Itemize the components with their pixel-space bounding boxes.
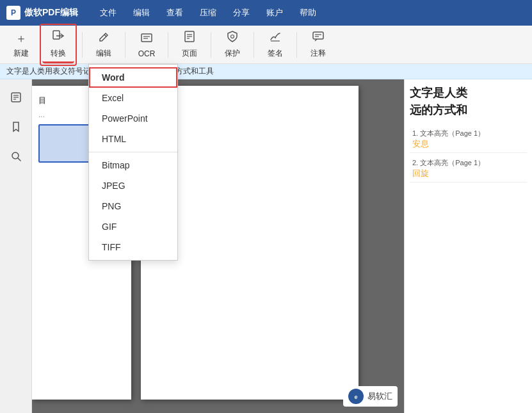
- sign-button[interactable]: 签名: [259, 28, 291, 61]
- convert-icon: [51, 29, 65, 46]
- comment-button[interactable]: 注释: [302, 28, 334, 61]
- svg-point-10: [231, 35, 234, 38]
- app-title: 傲软PDF编辑: [24, 7, 78, 19]
- toolbar-sep-2: [125, 32, 125, 58]
- svg-rect-0: [53, 31, 60, 39]
- new-button[interactable]: ＋ 新建: [5, 28, 37, 61]
- highlight-item-1-text: 安息: [412, 138, 524, 150]
- menu-view[interactable]: 查看: [159, 4, 191, 21]
- dropdown-item-html[interactable]: HTML: [89, 129, 177, 149]
- edit-icon: [97, 30, 110, 46]
- sign-label: 签名: [268, 48, 283, 59]
- main-area: 目 ... e 易软汇 文字是人类 远的方式和 1. 文本高亮（Page 1） …: [0, 79, 532, 413]
- dropdown-item-tiff[interactable]: TIFF: [89, 237, 177, 257]
- menu-compress[interactable]: 压缩: [192, 4, 224, 21]
- pdf-text-main: 文字是人类: [410, 86, 527, 101]
- sidebar-icon-list[interactable]: [4, 86, 28, 109]
- dropdown-item-word[interactable]: Word: [89, 67, 177, 88]
- edit-button[interactable]: 编辑: [88, 28, 120, 61]
- new-icon: ＋: [15, 31, 27, 46]
- new-label: 新建: [13, 48, 29, 59]
- page-icon: [183, 30, 196, 46]
- toolbar-sep-6: [296, 32, 297, 58]
- ocr-icon: [140, 31, 153, 47]
- protect-button[interactable]: 保护: [216, 28, 248, 61]
- ocr-button[interactable]: OCR: [131, 29, 163, 61]
- svg-line-20: [18, 158, 20, 161]
- comment-icon: [312, 30, 325, 46]
- protect-icon: [226, 30, 239, 46]
- watermark-logo: e: [348, 389, 364, 404]
- highlight-item-1: 1. 文本高亮（Page 1） 安息: [410, 126, 527, 153]
- logo-icon: P: [6, 6, 20, 20]
- highlight-item-2-label: 2. 文本高亮（Page 1）: [412, 158, 524, 168]
- highlight-item-1-label: 1. 文本高亮（Page 1）: [412, 129, 524, 138]
- toolbar: ＋ 新建 转换 编辑: [0, 26, 532, 64]
- title-menu: 文件 编辑 查看 压缩 分享 账户 帮助: [92, 4, 324, 21]
- sign-icon: [269, 30, 282, 46]
- menu-help[interactable]: 帮助: [292, 4, 324, 21]
- highlight-item-2: 2. 文本高亮（Page 1） 回旋: [410, 156, 527, 182]
- toolbar-sep-1: [82, 32, 83, 58]
- sidebar-icon-search[interactable]: [4, 145, 28, 168]
- convert-btn-wrapper: 转换: [40, 24, 77, 66]
- edit-label: 编辑: [96, 48, 111, 59]
- title-bar: P 傲软PDF编辑 文件 编辑 查看 压缩 分享 账户 帮助: [0, 0, 532, 26]
- convert-label: 转换: [51, 48, 66, 59]
- menu-share[interactable]: 分享: [225, 4, 257, 21]
- page-label: 页面: [182, 48, 197, 59]
- right-panel: 文字是人类 远的方式和 1. 文本高亮（Page 1） 安息 2. 文本高亮（P…: [404, 79, 532, 413]
- toolbar-sep-3: [168, 32, 168, 58]
- ocr-label: OCR: [138, 49, 156, 58]
- dropdown-item-png[interactable]: PNG: [89, 196, 177, 216]
- sidebar-icon-bookmark[interactable]: [4, 115, 28, 138]
- dropdown-item-jpeg[interactable]: JPEG: [89, 175, 177, 196]
- protect-label: 保护: [225, 48, 240, 59]
- notif-bar: 文字是人类用表义符号记录表达信息以传之久远的方式和工具: [0, 64, 532, 79]
- pdf-text-sub: 远的方式和: [410, 103, 527, 118]
- menu-file[interactable]: 文件: [92, 4, 124, 21]
- dropdown-item-powerpoint[interactable]: PowerPoint: [89, 108, 177, 129]
- svg-rect-3: [141, 34, 152, 42]
- app-logo: P 傲软PDF编辑: [6, 6, 78, 20]
- dropdown-menu: Word Excel PowerPoint HTML Bitmap JPEG P…: [88, 64, 178, 261]
- svg-rect-12: [313, 32, 323, 39]
- menu-account[interactable]: 账户: [259, 4, 291, 21]
- svg-text:e: e: [354, 394, 357, 400]
- dropdown-item-bitmap[interactable]: Bitmap: [89, 155, 177, 175]
- dropdown-divider: [89, 152, 177, 152]
- watermark-text: 易软汇: [367, 391, 392, 402]
- comment-label: 注释: [310, 48, 326, 59]
- highlight-item-2-text: 回旋: [412, 168, 524, 179]
- toolbar-sep-4: [211, 32, 211, 58]
- watermark: e 易软汇: [343, 386, 398, 407]
- svg-line-2: [104, 35, 106, 36]
- dropdown-item-excel[interactable]: Excel: [89, 88, 177, 108]
- page-button[interactable]: 页面: [173, 28, 206, 61]
- convert-button[interactable]: 转换: [42, 26, 74, 63]
- menu-edit[interactable]: 编辑: [125, 4, 157, 21]
- toolbar-sep-5: [254, 32, 254, 58]
- sidebar: [0, 79, 32, 413]
- dropdown-item-gif[interactable]: GIF: [89, 216, 177, 237]
